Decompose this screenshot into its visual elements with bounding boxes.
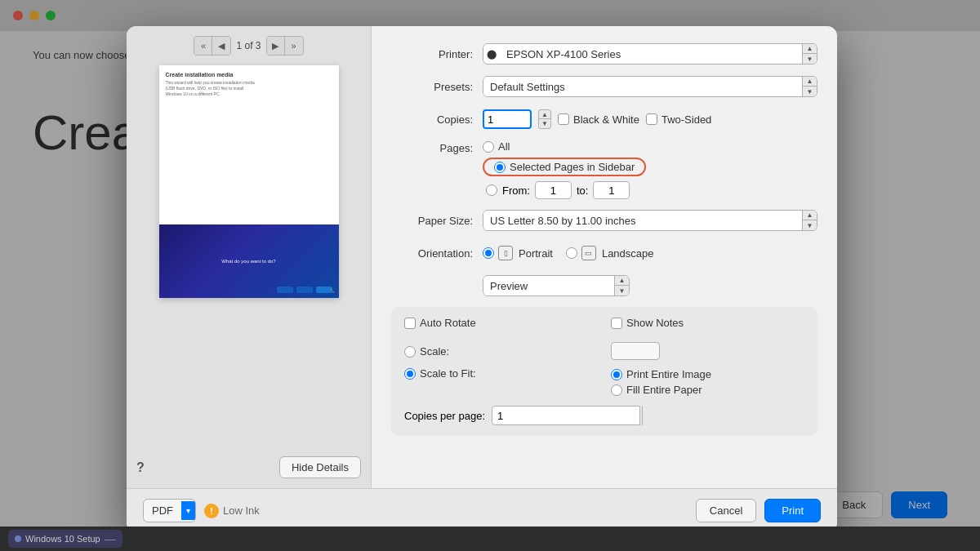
presets-stepper[interactable]: ▲ ▼ — [802, 77, 817, 96]
paper-size-up[interactable]: ▲ — [803, 211, 817, 220]
paper-size-row: Paper Size: US Letter 8.50 by 11.00 inch… — [391, 209, 817, 232]
print-options-group: Print Entire Image Fill Entire Paper — [611, 368, 804, 396]
preview-body-text-2: (USB flash drive, DVD, or ISO file) to i… — [166, 86, 332, 91]
printer-control: ⬤ EPSON XP-4100 Series ▲ ▼ — [483, 43, 817, 64]
presets-select[interactable]: Default Settings ▲ ▼ — [483, 76, 817, 97]
dialog-body: « ◀ 1 of 3 ▶ » — [127, 26, 837, 488]
landscape-option[interactable]: ▭ Landscape — [566, 246, 654, 260]
left-arrow-icon: ◀ — [218, 41, 225, 51]
presets-up[interactable]: ▲ — [803, 77, 817, 87]
copies-down[interactable]: ▼ — [539, 119, 550, 128]
show-notes-option[interactable]: Show Notes — [611, 317, 804, 329]
scale-option[interactable]: Scale: — [404, 345, 598, 358]
printer-stepper[interactable]: ▲ ▼ — [802, 44, 817, 64]
selected-pages-highlight: Selected Pages in Sidebar — [483, 158, 646, 176]
pdf-button[interactable]: PDF ▾ — [143, 499, 196, 522]
pages-options: All Selected Pages in Sidebar — [483, 140, 646, 199]
pages-all-radio[interactable] — [483, 141, 494, 153]
prev-page-button[interactable]: ◀ — [212, 37, 230, 55]
pages-from-input[interactable]: 1 — [535, 181, 572, 199]
scale-to-fit-option[interactable]: Scale to Fit: — [404, 367, 598, 380]
fill-entire-paper-radio[interactable] — [611, 384, 622, 396]
preview-dropdown-up[interactable]: ▲ — [615, 276, 629, 286]
preview-panel: « ◀ 1 of 3 ▶ » — [127, 26, 372, 488]
printer-row: Printer: ⬤ EPSON XP-4100 Series ▲ ▼ — [391, 42, 817, 65]
taskbar-item-label: Windows 10 Setup — [25, 534, 100, 544]
pages-selected-radio-dot — [497, 164, 503, 171]
pages-from-to-row: From: 1 to: 1 — [483, 181, 646, 199]
pages-all-option[interactable]: All — [483, 140, 646, 153]
portrait-radio[interactable] — [483, 247, 494, 259]
scale-input[interactable]: 62% — [611, 342, 660, 360]
auto-rotate-checkbox[interactable] — [404, 318, 416, 329]
nav-next-last-group[interactable]: ▶ » — [266, 36, 304, 56]
preview-dropdown-stepper[interactable]: ▲ ▼ — [614, 276, 629, 295]
pages-selected-option[interactable]: Selected Pages in Sidebar — [494, 161, 635, 173]
first-page-button[interactable]: « — [194, 37, 212, 55]
last-page-button[interactable]: » — [285, 37, 303, 55]
presets-value: Default Settings — [483, 78, 802, 96]
portrait-icon: ▯ — [498, 246, 513, 260]
black-white-checkbox[interactable] — [558, 113, 569, 125]
two-sided-checkbox[interactable] — [646, 113, 657, 125]
pages-row: Pages: All Selected Pages in Sidebar — [391, 140, 817, 199]
paper-size-down[interactable]: ▼ — [803, 220, 817, 230]
dialog-overlay: « ◀ 1 of 3 ▶ » — [0, 0, 980, 551]
page-count: 1 of 3 — [236, 40, 261, 51]
black-white-checkbox-label[interactable]: Black & White — [558, 113, 639, 126]
landscape-radio[interactable] — [566, 247, 577, 259]
printer-icon: ⬤ — [483, 49, 500, 60]
preview-content: Create installation media This wizard wi… — [159, 65, 339, 298]
copies-stepper[interactable]: ▲ ▼ — [538, 109, 551, 129]
print-button[interactable]: Print — [764, 499, 821, 522]
pages-to-label: to: — [577, 184, 588, 197]
help-button[interactable]: ? — [136, 456, 145, 478]
print-entire-image-option[interactable]: Print Entire Image — [611, 368, 804, 380]
show-notes-checkbox[interactable] — [611, 318, 622, 329]
preview-dropdown-down[interactable]: ▼ — [615, 286, 629, 295]
paper-size-stepper[interactable]: ▲ ▼ — [802, 211, 817, 230]
preview-dropdown-select[interactable]: Preview ▲ ▼ — [483, 275, 630, 296]
options-grid: Auto Rotate Scale: — [404, 317, 804, 396]
pdf-chevron-icon[interactable]: ▾ — [181, 501, 195, 520]
options-right-col: Show Notes 62% Print Entire Imag — [611, 317, 804, 396]
next-page-button[interactable]: ▶ — [267, 37, 285, 55]
preview-dropdown-control: Preview ▲ ▼ — [483, 275, 817, 296]
copies-input[interactable]: 1 — [483, 109, 532, 129]
scale-to-fit-label: Scale to Fit: — [420, 367, 476, 380]
pages-range-radio[interactable] — [486, 184, 497, 196]
settings-panel: Printer: ⬤ EPSON XP-4100 Series ▲ ▼ — [372, 26, 837, 488]
print-entire-image-radio[interactable] — [611, 369, 622, 380]
hide-details-button[interactable]: Hide Details — [279, 456, 361, 478]
nav-first-prev-group[interactable]: « ◀ — [194, 36, 231, 56]
copies-control: 1 ▲ ▼ Black & White Two-Sided — [483, 109, 817, 129]
printer-up[interactable]: ▲ — [803, 44, 817, 54]
taskbar-minimize-button[interactable]: — — [105, 532, 116, 545]
taskbar-item[interactable]: Windows 10 Setup — — [8, 530, 122, 548]
portrait-option[interactable]: ▯ Portrait — [483, 246, 553, 260]
copies-up[interactable]: ▲ — [539, 110, 550, 119]
copies-per-page-row: Copies per page: 1 ▲ ▼ — [404, 406, 804, 425]
auto-rotate-option[interactable]: Auto Rotate — [404, 317, 598, 329]
cancel-button[interactable]: Cancel — [696, 499, 756, 522]
print-dialog: « ◀ 1 of 3 ▶ » — [127, 26, 837, 532]
presets-down[interactable]: ▼ — [803, 87, 817, 96]
options-left-col: Auto Rotate Scale: — [404, 317, 598, 396]
pages-to-input[interactable]: 1 — [593, 181, 630, 199]
expand-preview-button[interactable]: ⤡ — [329, 287, 336, 295]
two-sided-checkbox-label[interactable]: Two-Sided — [646, 113, 711, 126]
two-sided-label: Two-Sided — [662, 113, 711, 126]
auto-rotate-label: Auto Rotate — [420, 317, 476, 329]
orientation-label: Orientation: — [391, 247, 473, 260]
printer-down[interactable]: ▼ — [803, 54, 817, 64]
fill-entire-paper-option[interactable]: Fill Entire Paper — [611, 384, 804, 396]
paper-size-select[interactable]: US Letter 8.50 by 11.00 inches ▲ ▼ — [483, 210, 817, 231]
landscape-icon: ▭ — [581, 246, 596, 260]
taskbar: Windows 10 Setup — — [0, 527, 980, 551]
copies-per-page-input[interactable]: 1 — [492, 406, 640, 425]
printer-select[interactable]: ⬤ EPSON XP-4100 Series ▲ ▼ — [483, 43, 817, 64]
pages-selected-radio[interactable] — [494, 162, 506, 173]
scale-to-fit-radio[interactable] — [404, 368, 416, 380]
scale-radio[interactable] — [404, 346, 416, 358]
copies-per-page-stepper[interactable]: ▲ ▼ — [642, 406, 643, 425]
